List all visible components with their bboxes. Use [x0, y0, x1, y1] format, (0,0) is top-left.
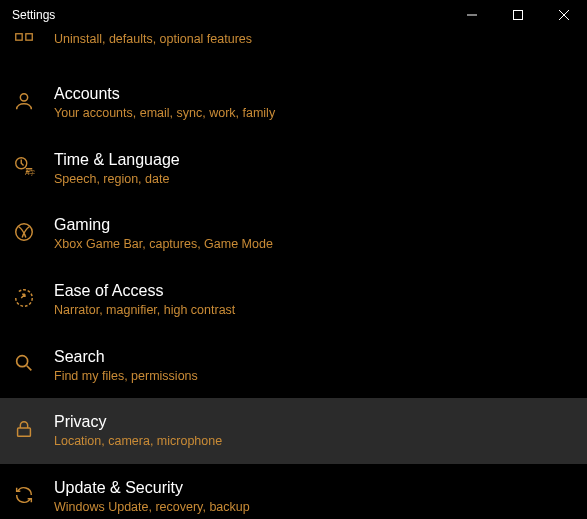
- category-time-language[interactable]: A字 Time & Language Speech, region, date: [0, 136, 587, 202]
- category-text: Time & Language Speech, region, date: [54, 150, 180, 188]
- maximize-button[interactable]: [495, 0, 541, 30]
- category-subtitle: Find my files, permissions: [54, 369, 198, 385]
- titlebar: Settings: [0, 0, 587, 30]
- time-language-icon: A字: [13, 155, 35, 181]
- category-title: Search: [54, 347, 198, 367]
- window-title: Settings: [0, 8, 449, 22]
- svg-text:A字: A字: [25, 170, 35, 177]
- category-subtitle: Uninstall, defaults, optional features: [54, 32, 252, 48]
- category-subtitle: Narrator, magnifier, high contrast: [54, 303, 235, 319]
- category-text: Accounts Your accounts, email, sync, wor…: [54, 84, 275, 122]
- category-text: Ease of Access Narrator, magnifier, high…: [54, 281, 235, 319]
- settings-category-list: Uninstall, defaults, optional features A…: [0, 30, 587, 519]
- person-icon: [13, 90, 35, 116]
- category-accounts[interactable]: Accounts Your accounts, email, sync, wor…: [0, 70, 587, 136]
- svg-point-3: [20, 93, 27, 100]
- apps-icon: [13, 31, 35, 57]
- xbox-icon: [13, 221, 35, 247]
- update-icon: [13, 484, 35, 510]
- category-subtitle: Xbox Game Bar, captures, Game Mode: [54, 237, 273, 253]
- category-title: Gaming: [54, 215, 273, 235]
- category-title: Time & Language: [54, 150, 180, 170]
- category-privacy[interactable]: Privacy Location, camera, microphone: [0, 398, 587, 464]
- svg-rect-0: [514, 11, 523, 20]
- svg-point-7: [17, 356, 28, 367]
- close-button[interactable]: [541, 0, 587, 30]
- category-title: Privacy: [54, 412, 222, 432]
- window-controls: [449, 0, 587, 30]
- category-title: Ease of Access: [54, 281, 235, 301]
- category-text: Update & Security Windows Update, recove…: [54, 478, 250, 516]
- lock-icon: [13, 418, 35, 444]
- category-gaming[interactable]: Gaming Xbox Game Bar, captures, Game Mod…: [0, 201, 587, 267]
- category-ease-of-access[interactable]: Ease of Access Narrator, magnifier, high…: [0, 267, 587, 333]
- category-title: Update & Security: [54, 478, 250, 498]
- category-text: Privacy Location, camera, microphone: [54, 412, 222, 450]
- category-update-security[interactable]: Update & Security Windows Update, recove…: [0, 464, 587, 519]
- svg-rect-8: [18, 428, 31, 436]
- ease-of-access-icon: [13, 287, 35, 313]
- category-apps[interactable]: Uninstall, defaults, optional features: [0, 30, 587, 70]
- search-icon: [13, 352, 35, 378]
- category-subtitle: Location, camera, microphone: [54, 434, 222, 450]
- category-subtitle: Speech, region, date: [54, 172, 180, 188]
- svg-rect-2: [26, 34, 32, 40]
- svg-rect-1: [16, 34, 22, 40]
- category-text: Gaming Xbox Game Bar, captures, Game Mod…: [54, 215, 273, 253]
- category-text: Search Find my files, permissions: [54, 347, 198, 385]
- category-text: Uninstall, defaults, optional features: [54, 32, 252, 48]
- category-subtitle: Your accounts, email, sync, work, family: [54, 106, 275, 122]
- category-search[interactable]: Search Find my files, permissions: [0, 333, 587, 399]
- minimize-button[interactable]: [449, 0, 495, 30]
- category-title: Accounts: [54, 84, 275, 104]
- category-subtitle: Windows Update, recovery, backup: [54, 500, 250, 516]
